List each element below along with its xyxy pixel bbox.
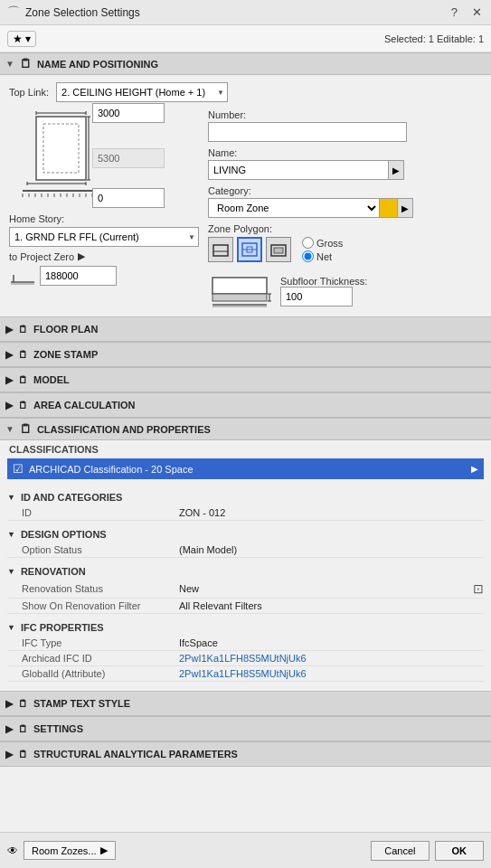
section-floor-plan[interactable]: ▶ 🗒 FLOOR PLAN	[0, 316, 491, 342]
name-input-row: ▶	[208, 160, 482, 180]
floor-plan-label: FLOOR PLAN	[33, 324, 99, 335]
help-button[interactable]: ?	[449, 5, 459, 19]
prop-key-reno-filter: Show On Renovation Filter	[22, 600, 175, 611]
design-arrow: ▼	[7, 530, 15, 539]
structural-arrow: ▶	[5, 749, 13, 760]
main-grid: Home Story: 1. GRND FLR FFL (Current) to…	[9, 109, 482, 309]
cancel-button[interactable]: Cancel	[371, 841, 429, 861]
prop-val-reno-filter: All Relevant Filters	[179, 600, 262, 611]
polygon-btn-3[interactable]	[266, 237, 291, 262]
top-link-select-wrapper: 2. CEILING HEIGHT (Home + 1)	[56, 82, 228, 102]
subfloor-section: Subfloor Thickness:	[208, 273, 482, 309]
name-label: Name:	[208, 147, 482, 158]
polygon-btn-2[interactable]	[237, 237, 262, 262]
number-label: Number:	[208, 109, 482, 120]
model-arrow: ▶	[5, 374, 13, 386]
subfloor-input[interactable]	[280, 287, 353, 307]
sub-section-id: ▼ ID AND CATEGORIES ID ZON - 012	[7, 489, 484, 521]
to-project-label: to Project Zero	[9, 251, 74, 262]
section-stamp-text-style[interactable]: ▶ 🗒 STAMP TEXT STYLE	[0, 691, 491, 716]
section-zone-stamp[interactable]: ▶ 🗒 ZONE STAMP	[0, 342, 491, 367]
area-calc-label: AREA CALCULATION	[33, 400, 135, 410]
svg-rect-35	[212, 294, 267, 301]
bottom-left: 👁 Room Zozes... ▶	[7, 841, 116, 860]
section-structural[interactable]: ▶ 🗒 STRUCTURAL ANALYTICAL PARAMETERS	[0, 741, 491, 767]
room-zones-arrow: ▶	[100, 844, 108, 856]
home-story-select[interactable]: 1. GRND FLR FFL (Current)	[9, 227, 199, 247]
stamp-icon: 🗒	[18, 698, 28, 709]
ok-button[interactable]: OK	[435, 841, 485, 861]
depth-input[interactable]	[92, 148, 165, 168]
section-model[interactable]: ▶ 🗒 MODEL	[0, 367, 491, 392]
prop-key-ifc-id: Archicad IFC ID	[22, 653, 175, 664]
top-link-row: Top Link: 2. CEILING HEIGHT (Home + 1)	[9, 82, 482, 102]
props-section: ▼ ID AND CATEGORIES ID ZON - 012 ▼ DESIG…	[0, 486, 491, 691]
number-input[interactable]	[208, 122, 407, 142]
right-col: Number: Name: ▶ Category: Room	[208, 109, 482, 309]
close-button[interactable]: ✕	[470, 5, 484, 19]
name-input[interactable]	[208, 160, 389, 180]
stamp-label: STAMP TEXT STYLE	[33, 698, 130, 709]
bottom-bar: 👁 Room Zozes... ▶ Cancel OK	[0, 832, 491, 868]
name-section: Name: ▶	[208, 147, 482, 180]
selected-info: Selected: 1 Editable: 1	[384, 33, 484, 44]
section-name-positioning[interactable]: ▼ 🗒 NAME AND POSITIONING	[0, 52, 491, 75]
polygon-icon-3	[269, 241, 288, 259]
name-arrow-button[interactable]: ▶	[389, 160, 404, 180]
category-select[interactable]: Room Zone	[208, 198, 380, 218]
section-label: NAME AND POSITIONING	[37, 59, 158, 70]
section-classification[interactable]: ▼ 🗒 CLASSIFICATION AND PROPERTIES	[0, 418, 491, 440]
prop-val-ifc-type: IfcSpace	[179, 637, 218, 648]
category-color-swatch	[380, 198, 398, 218]
name-positioning-body: Top Link: 2. CEILING HEIGHT (Home + 1)	[0, 75, 491, 316]
prop-val-design: (Main Model)	[179, 544, 237, 555]
svg-rect-27	[213, 245, 228, 256]
gross-label: Gross	[316, 238, 343, 249]
prop-row-ifc-id: Archicad IFC ID 2PwI1Ka1LFH8S5MUtNjUk6	[7, 651, 484, 666]
top-link-select[interactable]: 2. CEILING HEIGHT (Home + 1)	[56, 82, 228, 102]
settings-icon: 🗒	[18, 723, 28, 734]
sub-section-renovation-header[interactable]: ▼ RENOVATION	[7, 563, 484, 580]
prop-val-reno-status: New	[179, 583, 199, 594]
toolbar-left: ★ ▾	[7, 31, 36, 47]
area-calc-icon: 🗒	[18, 400, 28, 410]
category-section: Category: Room Zone ▶	[208, 185, 482, 218]
id-arrow: ▼	[7, 493, 15, 502]
category-arrow-button[interactable]: ▶	[398, 198, 413, 218]
floor-plan-arrow: ▶	[5, 324, 13, 335]
top-link-label: Top Link:	[9, 87, 49, 98]
room-zones-button[interactable]: Room Zozes... ▶	[24, 841, 116, 860]
classification-text: ARCHICAD Classification - 20 Space	[29, 464, 466, 475]
model-icon: 🗒	[18, 374, 28, 385]
favorites-button[interactable]: ★ ▾	[7, 31, 36, 47]
polygon-icon-1	[212, 241, 230, 259]
settings-arrow: ▶	[5, 723, 13, 735]
home-story-select-wrap: 1. GRND FLR FFL (Current)	[9, 227, 199, 247]
prop-key-reno-status: Renovation Status	[22, 583, 175, 594]
zone-stamp-arrow: ▶	[5, 349, 13, 361]
section-area-calculation[interactable]: ▶ 🗒 AREA CALCULATION	[0, 392, 491, 418]
area-calc-arrow: ▶	[5, 400, 13, 411]
zero-input[interactable]	[92, 188, 165, 208]
polygon-btn-1[interactable]	[208, 237, 233, 262]
sub-section-design: ▼ DESIGN OPTIONS Option Status (Main Mod…	[7, 526, 484, 558]
height-input[interactable]	[92, 103, 165, 123]
ifc-arrow: ▼	[7, 623, 15, 632]
section-settings[interactable]: ▶ 🗒 SETTINGS	[0, 716, 491, 741]
gross-net-radio-group: Gross Net	[302, 237, 343, 262]
project-zero-input[interactable]	[40, 266, 117, 286]
classification-item[interactable]: ☑ ARCHICAD Classification - 20 Space ▶	[7, 458, 484, 479]
gross-radio-label: Gross	[302, 237, 343, 249]
prop-key-ifc-type: IFC Type	[22, 637, 175, 648]
gross-radio[interactable]	[302, 237, 314, 249]
id-label: ID AND CATEGORIES	[21, 492, 122, 503]
sub-section-ifc: ▼ IFC PROPERTIES IFC Type IfcSpace Archi…	[7, 619, 484, 682]
zone-polygon-controls: Gross Net	[208, 237, 482, 266]
ifc-label: IFC PROPERTIES	[21, 622, 104, 633]
sub-section-design-header[interactable]: ▼ DESIGN OPTIONS	[7, 526, 484, 542]
sub-section-id-header[interactable]: ▼ ID AND CATEGORIES	[7, 489, 484, 505]
net-radio[interactable]	[302, 250, 314, 262]
dim-inputs	[92, 103, 199, 208]
sub-section-ifc-header[interactable]: ▼ IFC PROPERTIES	[7, 619, 484, 636]
renovation-icon: ⊡	[473, 581, 484, 596]
